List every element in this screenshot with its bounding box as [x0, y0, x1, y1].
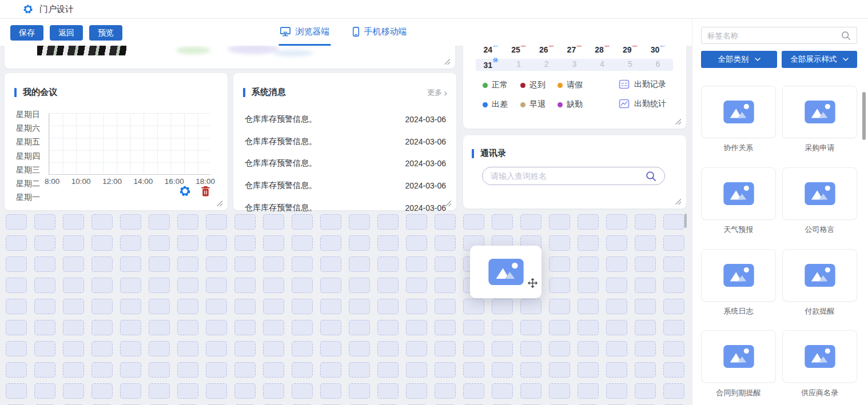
message-row[interactable]: 仓库库存预警信息。 2024-03-06: [245, 131, 446, 153]
widget-settings-gear-icon[interactable]: [179, 185, 191, 197]
calendar-week-row: 24休 25班 26班 27班 28班 29班 30休: [477, 46, 672, 54]
filter-label: 全部类别: [718, 54, 749, 65]
tab-mobile[interactable]: 手机移动端: [351, 19, 408, 46]
widget-title: 系统消息: [252, 87, 286, 98]
y-tick: 星期三: [13, 165, 40, 179]
chevron-right-icon: ›: [444, 89, 447, 97]
grid-drop-cell: [606, 341, 627, 356]
grid-drop-cell: [406, 362, 427, 378]
style-filter-dropdown[interactable]: 全部展示样式: [782, 51, 857, 68]
search-icon[interactable]: [841, 31, 851, 41]
legend-label: 出差: [492, 99, 508, 110]
resize-handle-icon[interactable]: [216, 199, 222, 206]
message-row[interactable]: 仓库库存预警信息。 2024-03-06: [245, 153, 446, 175]
calendar-day[interactable]: 6: [644, 59, 672, 70]
image-placeholder-icon: [488, 259, 524, 285]
dragged-widget-card[interactable]: [470, 246, 541, 298]
attendance-stats-link[interactable]: 出勤统计: [619, 98, 666, 109]
widget-title-row: 通讯录: [472, 148, 506, 159]
resize-handle-icon[interactable]: [674, 118, 681, 125]
tag-search-input[interactable]: [707, 31, 838, 40]
day-tag: 休: [660, 46, 665, 47]
contact-search-input[interactable]: [491, 171, 646, 181]
message-row[interactable]: 仓库库存预警信息。 2024-03-06: [245, 175, 446, 197]
y-tick: 星期四: [13, 151, 40, 165]
grid-drop-cell: [663, 299, 684, 314]
message-row[interactable]: 仓库库存预警信息。 2024-03-06: [245, 109, 446, 131]
day-tag: 班: [549, 46, 554, 47]
calendar-day[interactable]: 28班: [588, 46, 616, 54]
resize-handle-icon[interactable]: [444, 199, 451, 206]
grid-drop-cell: [663, 383, 684, 399]
library-widget-card[interactable]: [701, 330, 776, 383]
grid-drop-cell: [406, 256, 427, 272]
grid-drop-cell: [63, 341, 84, 356]
library-widget-card[interactable]: [701, 249, 776, 302]
calendar-day[interactable]: 5: [616, 59, 644, 70]
design-canvas[interactable]: 我的会议 星期日 星期六 星期五 星期四 星期三 星期二 星期一 8:00 10…: [0, 46, 692, 405]
grid-drop-cell: [406, 341, 427, 356]
calendar-day[interactable]: 4: [588, 59, 616, 70]
resize-handle-icon[interactable]: [443, 58, 450, 65]
calendar-day[interactable]: 26班: [532, 46, 560, 54]
widget-attendance-calendar[interactable]: 24休 25班 26班 27班 28班 29班 30休 31休 1 2 3 4 …: [463, 46, 686, 129]
grid-drop-cell: [263, 362, 284, 378]
grid-drop-cell: [549, 320, 570, 335]
grid-drop-cell: [6, 278, 27, 293]
grid-drop-cell: [91, 341, 113, 356]
calendar-day[interactable]: 25班: [505, 46, 533, 54]
grid-drop-cell: [578, 362, 599, 378]
legend-item: 早退: [520, 99, 546, 110]
grid-drop-cell: [6, 362, 27, 378]
tab-browser[interactable]: 浏览器端: [278, 19, 331, 46]
dot-grid[interactable]: [6, 214, 692, 405]
calendar-day[interactable]: 30休: [644, 46, 672, 54]
grid-drop-cell: [292, 362, 313, 378]
calendar-day[interactable]: 2: [532, 59, 560, 70]
title-accent-bar: [472, 149, 474, 158]
library-widget-card[interactable]: [701, 86, 776, 138]
attendance-record-link[interactable]: 出勤记录: [619, 79, 666, 90]
preview-button[interactable]: 预览: [89, 25, 122, 41]
canvas-scrollbar-thumb[interactable]: [684, 214, 687, 228]
grid-drop-cell: [349, 278, 370, 293]
more-link[interactable]: 更多 ›: [427, 87, 447, 98]
day-number: 28: [595, 46, 604, 54]
grid-drop-cell: [91, 320, 113, 335]
widget-system-messages[interactable]: 系统消息 更多 › 仓库库存预警信息。 2024-03-06 仓库库存预警信息。…: [233, 73, 456, 210]
sidebar-scrollbar-thumb[interactable]: [862, 92, 866, 140]
library-widget-card[interactable]: [782, 167, 857, 220]
calendar-day[interactable]: 31休: [477, 59, 505, 70]
save-button[interactable]: 保存: [10, 25, 43, 41]
widget-photo-cutoff[interactable]: [5, 46, 455, 69]
calendar-day[interactable]: 3: [560, 59, 588, 70]
calendar-day[interactable]: 27班: [560, 46, 588, 54]
widget-my-meetings[interactable]: 我的会议 星期日 星期六 星期五 星期四 星期三 星期二 星期一 8:00 10…: [5, 73, 228, 210]
resize-handle-icon[interactable]: [674, 198, 681, 204]
grid-drop-cell: [206, 214, 227, 230]
grid-drop-cell: [63, 278, 84, 293]
library-widget-card[interactable]: [701, 167, 776, 220]
grid-drop-cell: [635, 214, 656, 230]
grid-drop-cell: [406, 278, 427, 293]
grid-drop-cell: [6, 320, 27, 335]
category-filter-dropdown[interactable]: 全部类别: [701, 51, 777, 68]
message-text: 仓库库存预警信息。: [245, 137, 317, 147]
back-button[interactable]: 返回: [50, 25, 83, 41]
message-row[interactable]: 仓库库存预警信息。 2024-03-06: [245, 197, 446, 219]
library-widget-card[interactable]: [782, 86, 857, 138]
grid-drop-cell: [635, 235, 656, 251]
widget-contacts[interactable]: 通讯录: [463, 135, 686, 208]
grid-drop-cell: [663, 362, 684, 378]
library-widget-card[interactable]: [782, 330, 857, 383]
grid-drop-cell: [206, 278, 227, 293]
grid-drop-cell: [377, 383, 399, 399]
calendar-day[interactable]: 29班: [616, 46, 644, 54]
settings-gear-icon: [23, 4, 33, 14]
grid-drop-cell: [320, 320, 341, 335]
calendar-day[interactable]: 24休: [477, 46, 505, 54]
search-icon[interactable]: [646, 171, 656, 182]
library-widget-card[interactable]: [782, 249, 857, 302]
widget-delete-trash-icon[interactable]: [201, 186, 210, 197]
calendar-day[interactable]: 1: [505, 59, 533, 70]
